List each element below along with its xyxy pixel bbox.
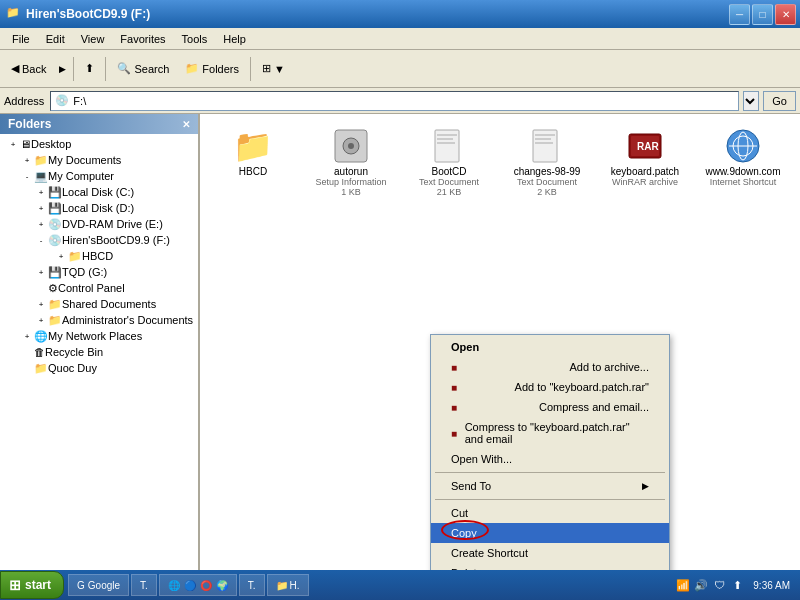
file-icon-www9down	[723, 126, 763, 166]
folders-button[interactable]: 📁 Folders	[178, 53, 246, 85]
ctx-compress-email2[interactable]: ■ Compress to "keyboard.patch.rar" and e…	[431, 417, 669, 449]
search-button[interactable]: 🔍 Search	[110, 53, 176, 85]
ctx-add-archive-label: Add to archive...	[570, 361, 650, 373]
sidebar: Folders ✕ + 🖥 Desktop + 📁 My Documents -…	[0, 114, 200, 570]
close-button[interactable]: ✕	[775, 4, 796, 25]
file-item-changes[interactable]: changes-98-99 Text Document2 KB	[502, 122, 592, 201]
ctx-copy[interactable]: Copy	[431, 523, 669, 543]
menu-edit[interactable]: Edit	[38, 31, 73, 47]
address-bar: Address 💿 ▼ Go	[0, 88, 800, 114]
forward-button[interactable]: ▶	[55, 53, 69, 85]
ctx-delete[interactable]: Delete	[431, 563, 669, 570]
sidebar-item-my-documents[interactable]: + 📁 My Documents	[0, 152, 198, 168]
tray-arrow-icon: ⬆	[729, 577, 745, 593]
sidebar-item-desktop[interactable]: + 🖥 Desktop	[0, 136, 198, 152]
icon-quoc-duy: 📁	[34, 362, 48, 375]
expand-local-c[interactable]: +	[34, 185, 48, 199]
up-button[interactable]: ⬆	[78, 53, 101, 85]
icon-local-c: 💾	[48, 186, 62, 199]
minimize-button[interactable]: ─	[729, 4, 750, 25]
menu-tools[interactable]: Tools	[174, 31, 216, 47]
menu-favorites[interactable]: Favorites	[112, 31, 173, 47]
sidebar-item-admin-docs[interactable]: + 📁 Administrator's Documents	[0, 312, 198, 328]
ctx-create-shortcut[interactable]: Create Shortcut	[431, 543, 669, 563]
ctx-icon-compress: ■	[451, 402, 467, 413]
taskbar-item-t2[interactable]: T.	[239, 574, 265, 596]
back-button[interactable]: ◀ Back	[4, 53, 53, 85]
expand-shared-docs[interactable]: +	[34, 297, 48, 311]
taskbar-item-google[interactable]: G Google	[68, 574, 129, 596]
go-button[interactable]: Go	[763, 91, 796, 111]
sidebar-item-shared-docs[interactable]: + 📁 Shared Documents	[0, 296, 198, 312]
expand-my-computer[interactable]: -	[20, 169, 34, 183]
address-icon: 💿	[55, 94, 69, 107]
sidebar-item-my-computer[interactable]: - 💻 My Computer	[0, 168, 198, 184]
ctx-open-with[interactable]: Open With...	[431, 449, 669, 469]
start-button[interactable]: ⊞ start	[0, 571, 64, 599]
expand-dvdram[interactable]: +	[34, 217, 48, 231]
icon-my-documents: 📁	[34, 154, 48, 167]
label-hbcd: HBCD	[82, 250, 113, 262]
expand-network[interactable]: +	[20, 329, 34, 343]
sidebar-item-tqd[interactable]: + 💾 TQD (G:)	[0, 264, 198, 280]
icon-shared-docs: 📁	[48, 298, 62, 311]
file-item-hbcd-folder[interactable]: 📁 HBCD	[208, 122, 298, 201]
context-menu: Open ■ Add to archive... ■ Add to "keybo…	[430, 334, 670, 570]
sidebar-item-network[interactable]: + 🌐 My Network Places	[0, 328, 198, 344]
taskbar-item-folder[interactable]: 📁 H.	[267, 574, 309, 596]
ctx-open[interactable]: Open	[431, 337, 669, 357]
sidebar-item-local-d[interactable]: + 💾 Local Disk (D:)	[0, 200, 198, 216]
up-icon: ⬆	[85, 62, 94, 75]
sidebar-item-recycle[interactable]: + 🗑 Recycle Bin	[0, 344, 198, 360]
label-desktop: Desktop	[31, 138, 71, 150]
sidebar-item-hirens[interactable]: - 💿 Hiren'sBootCD9.9 (F:)	[0, 232, 198, 248]
address-input-container[interactable]: 💿	[50, 91, 739, 111]
taskbar-items: G Google T. 🌐 🔵 ⭕ 🌍 T. 📁 H.	[64, 574, 671, 596]
sidebar-item-hbcd[interactable]: + 📁 HBCD	[0, 248, 198, 264]
ctx-add-keyboard[interactable]: ■ Add to "keyboard.patch.rar"	[431, 377, 669, 397]
expand-tqd[interactable]: +	[34, 265, 48, 279]
icon-desktop: 🖥	[20, 138, 31, 150]
expand-admin-docs[interactable]: +	[34, 313, 48, 327]
file-label-www9down: www.9down.com	[705, 166, 780, 177]
taskbar-google-label: Google	[88, 580, 120, 591]
tray-sound-icon: 🔊	[693, 577, 709, 593]
sidebar-item-quoc-duy[interactable]: + 📁 Quoc Duy	[0, 360, 198, 376]
svg-text:RAR: RAR	[637, 141, 659, 152]
file-item-autorun[interactable]: autorun Setup Information1 KB	[306, 122, 396, 201]
taskbar-t2-label: T.	[248, 580, 256, 591]
taskbar-item-t[interactable]: T.	[131, 574, 157, 596]
address-dropdown[interactable]: ▼	[743, 91, 759, 111]
tray-network-icon: 📶	[675, 577, 691, 593]
label-hirens: Hiren'sBootCD9.9 (F:)	[62, 234, 170, 246]
ctx-add-archive[interactable]: ■ Add to archive...	[431, 357, 669, 377]
ctx-copy-label: Copy	[451, 527, 477, 539]
expand-my-documents[interactable]: +	[20, 153, 34, 167]
file-sublabel-changes: Text Document2 KB	[517, 177, 577, 197]
sidebar-item-control-panel[interactable]: + ⚙ Control Panel	[0, 280, 198, 296]
sidebar-item-local-c[interactable]: + 💾 Local Disk (C:)	[0, 184, 198, 200]
maximize-button[interactable]: □	[752, 4, 773, 25]
menu-help[interactable]: Help	[215, 31, 254, 47]
file-item-www9down[interactable]: www.9down.com Internet Shortcut	[698, 122, 788, 201]
file-item-keyboard[interactable]: RAR keyboard.patch WinRAR archive	[600, 122, 690, 201]
ctx-cut[interactable]: Cut	[431, 503, 669, 523]
menu-view[interactable]: View	[73, 31, 113, 47]
expand-local-d[interactable]: +	[34, 201, 48, 215]
expand-desktop[interactable]: +	[6, 137, 20, 151]
ctx-compress-email[interactable]: ■ Compress and email...	[431, 397, 669, 417]
svg-rect-6	[437, 142, 455, 144]
menu-file[interactable]: File	[4, 31, 38, 47]
expand-hbcd[interactable]: +	[54, 249, 68, 263]
sidebar-title: Folders	[8, 117, 51, 131]
taskbar-item-icons[interactable]: 🌐 🔵 ⭕ 🌍	[159, 574, 237, 596]
sidebar-close-button[interactable]: ✕	[182, 119, 190, 130]
svg-point-2	[348, 143, 354, 149]
ctx-open-label: Open	[451, 341, 479, 353]
views-button[interactable]: ⊞ ▼	[255, 53, 292, 85]
expand-hirens[interactable]: -	[34, 233, 48, 247]
sidebar-item-dvdram[interactable]: + 💿 DVD-RAM Drive (E:)	[0, 216, 198, 232]
file-item-bootcd[interactable]: BootCD Text Document21 KB	[404, 122, 494, 201]
address-field[interactable]	[73, 95, 734, 107]
ctx-send-to[interactable]: Send To ▶	[431, 476, 669, 496]
